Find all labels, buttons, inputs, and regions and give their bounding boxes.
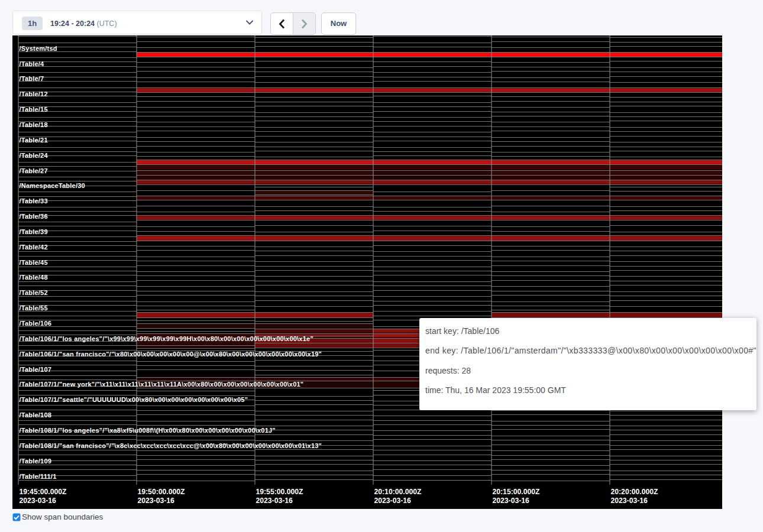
svg-text:2023-03-16: 2023-03-16 xyxy=(256,497,293,505)
svg-text:/NamespaceTable/30: /NamespaceTable/30 xyxy=(20,182,85,189)
svg-text:/Table/107/1/"seattle"/"UUUUUU: /Table/107/1/"seattle"/"UUUUUUD\x00\x80\… xyxy=(20,396,248,403)
svg-text:2023-03-16: 2023-03-16 xyxy=(138,497,175,505)
svg-text:/Table/21: /Table/21 xyxy=(20,137,48,144)
svg-text:/Table/48: /Table/48 xyxy=(20,274,48,281)
svg-text:/Table/106/1/"san francisco"/": /Table/106/1/"san francisco"/"\x80\x00\x… xyxy=(20,351,322,358)
svg-text:/Table/42: /Table/42 xyxy=(20,244,48,251)
svg-text:/Table/27: /Table/27 xyxy=(20,167,48,174)
svg-text:2023-03-16: 2023-03-16 xyxy=(493,497,530,505)
svg-text:2023-03-16: 2023-03-16 xyxy=(20,497,57,505)
svg-text:2023-03-16: 2023-03-16 xyxy=(611,497,648,505)
svg-text:/Table/55: /Table/55 xyxy=(20,304,48,312)
svg-text:/Table/109: /Table/109 xyxy=(20,458,52,465)
svg-text:/Table/107: /Table/107 xyxy=(20,366,52,373)
svg-text:/Table/106: /Table/106 xyxy=(20,320,52,327)
svg-text:/Table/15: /Table/15 xyxy=(20,106,48,113)
svg-text:/Table/39: /Table/39 xyxy=(20,228,48,235)
svg-text:/Table/108/1/"san francisco"/": /Table/108/1/"san francisco"/"\x8c\xcc\x… xyxy=(20,442,322,449)
svg-text:/System/tsd: /System/tsd xyxy=(20,45,57,52)
svg-text:/Table/7: /Table/7 xyxy=(20,75,44,82)
svg-text:/Table/36: /Table/36 xyxy=(20,213,48,220)
svg-text:/Table/45: /Table/45 xyxy=(20,259,48,266)
svg-text:/Table/4: /Table/4 xyxy=(20,60,45,67)
svg-text:/Table/18: /Table/18 xyxy=(20,121,48,128)
svg-text:19:55:00.000Z: 19:55:00.000Z xyxy=(256,488,304,496)
svg-text:/Table/52: /Table/52 xyxy=(20,289,48,296)
svg-text:20:15:00.000Z: 20:15:00.000Z xyxy=(493,488,541,496)
svg-text:19:50:00.000Z: 19:50:00.000Z xyxy=(138,488,186,496)
svg-text:/Table/12: /Table/12 xyxy=(20,90,48,98)
svg-text:/Table/108/1/"los angeles"/"\x: /Table/108/1/"los angeles"/"\xa8\xf5\u00… xyxy=(20,427,276,434)
svg-text:/Table/108: /Table/108 xyxy=(20,411,52,419)
svg-text:/Table/111/1: /Table/111/1 xyxy=(20,473,57,480)
svg-text:/Table/106/1/"los angeles"/"\x: /Table/106/1/"los angeles"/"\x99\x99\x99… xyxy=(20,335,313,342)
svg-text:19:45:00.000Z: 19:45:00.000Z xyxy=(20,488,67,496)
svg-text:/Table/33: /Table/33 xyxy=(20,197,48,205)
svg-text:20:20:00.000Z: 20:20:00.000Z xyxy=(611,488,659,496)
svg-text:/Table/107/1/"new york"/"\x11\: /Table/107/1/"new york"/"\x11\x11\x11\x1… xyxy=(20,381,304,388)
svg-text:20:10:00.000Z: 20:10:00.000Z xyxy=(374,488,422,496)
svg-text:2023-03-16: 2023-03-16 xyxy=(374,497,412,505)
svg-text:/Table/24: /Table/24 xyxy=(20,152,49,159)
